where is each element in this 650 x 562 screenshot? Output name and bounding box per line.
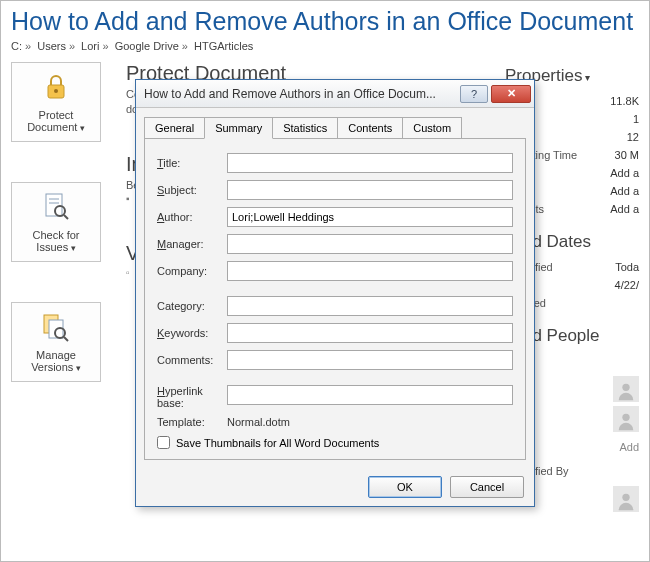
tab-statistics[interactable]: Statistics [272, 117, 338, 139]
document-search-icon [40, 191, 72, 225]
crumb[interactable]: Lori [81, 40, 99, 52]
svg-point-11 [622, 384, 629, 391]
hyperlink-label: Hyperlinkbase: [157, 385, 227, 409]
protect-document-button[interactable]: Protect Document [11, 62, 101, 142]
avatar[interactable] [613, 406, 639, 432]
properties-dialog: How to Add and Remove Authors in an Offi… [135, 79, 535, 507]
crumb[interactable]: Users [37, 40, 66, 52]
save-thumbnails-checkbox[interactable] [157, 436, 170, 449]
keywords-label: Keywords: [157, 327, 227, 339]
page-title: How to Add and Remove Authors in an Offi… [1, 1, 649, 38]
template-label: Template: [157, 416, 227, 428]
svg-line-10 [64, 337, 68, 341]
check-issues-button[interactable]: Check for Issues [11, 182, 101, 262]
author-label: Author: [157, 211, 227, 223]
avatar[interactable] [613, 376, 639, 402]
versions-icon [40, 311, 72, 345]
comments-field[interactable] [227, 350, 513, 370]
author-field[interactable] [227, 207, 513, 227]
lock-icon [40, 71, 72, 105]
dialog-title: How to Add and Remove Authors in an Offi… [136, 87, 460, 101]
crumb[interactable]: HTGArticles [194, 40, 253, 52]
svg-line-6 [64, 215, 68, 219]
manager-label: Manager: [157, 238, 227, 250]
title-label: Title: [157, 157, 227, 169]
tab-summary[interactable]: Summary [204, 117, 273, 139]
company-label: Company: [157, 265, 227, 277]
help-button[interactable]: ? [460, 85, 488, 103]
tile-label: Protect Document [16, 109, 96, 133]
dialog-titlebar[interactable]: How to Add and Remove Authors in an Offi… [136, 80, 534, 108]
svg-point-12 [622, 414, 629, 421]
subject-field[interactable] [227, 180, 513, 200]
svg-point-1 [54, 89, 58, 93]
tab-contents[interactable]: Contents [337, 117, 403, 139]
tab-custom[interactable]: Custom [402, 117, 462, 139]
close-button[interactable]: ✕ [491, 85, 531, 103]
avatar[interactable] [613, 486, 639, 512]
comments-label: Comments: [157, 354, 227, 366]
breadcrumb: C:» Users» Lori» Google Drive» HTGArticl… [1, 38, 649, 62]
category-label: Category: [157, 300, 227, 312]
category-field[interactable] [227, 296, 513, 316]
tile-label: Check for Issues [16, 229, 96, 253]
svg-rect-2 [46, 194, 62, 216]
tab-general[interactable]: General [144, 117, 205, 139]
manager-field[interactable] [227, 234, 513, 254]
manage-versions-button[interactable]: Manage Versions [11, 302, 101, 382]
template-value: Normal.dotm [227, 416, 513, 428]
tab-strip: General Summary Statistics Contents Cust… [136, 108, 534, 138]
keywords-field[interactable] [227, 323, 513, 343]
tile-label: Manage Versions [16, 349, 96, 373]
svg-point-13 [622, 494, 629, 501]
crumb[interactable]: Google Drive [115, 40, 179, 52]
crumb[interactable]: C: [11, 40, 22, 52]
company-field[interactable] [227, 261, 513, 281]
subject-label: Subject: [157, 184, 227, 196]
ok-button[interactable]: OK [368, 476, 442, 498]
cancel-button[interactable]: Cancel [450, 476, 524, 498]
tab-panel-summary: Title: Subject: Author: Manager: Company… [144, 138, 526, 460]
save-thumbnails-label: Save Thumbnails for All Word Documents [176, 437, 379, 449]
hyperlink-field[interactable] [227, 385, 513, 405]
title-field[interactable] [227, 153, 513, 173]
